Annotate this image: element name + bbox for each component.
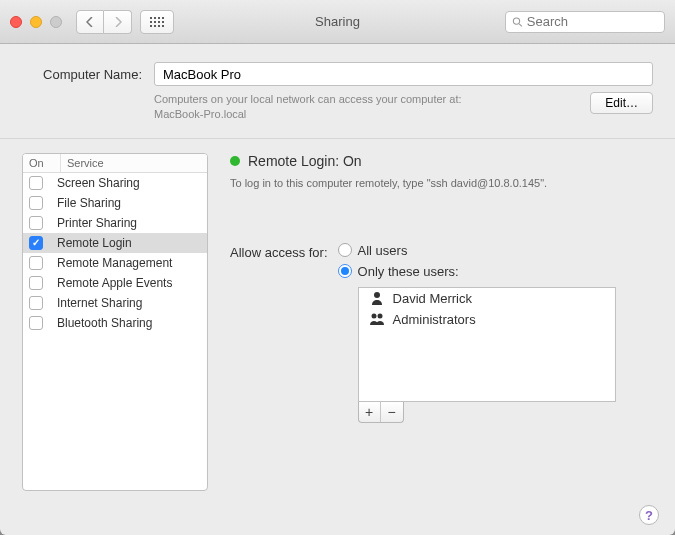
minimize-window-button[interactable] — [30, 16, 42, 28]
service-checkbox[interactable] — [29, 256, 43, 270]
service-label: Screen Sharing — [57, 176, 140, 190]
header-service: Service — [61, 154, 110, 172]
main-area: On Service Screen SharingFile SharingPri… — [22, 139, 653, 491]
svg-rect-7 — [162, 21, 164, 23]
back-button[interactable] — [76, 10, 104, 34]
svg-rect-8 — [150, 25, 152, 27]
edit-hostname-button[interactable]: Edit… — [590, 92, 653, 114]
window-controls — [10, 16, 62, 28]
content: Computer Name: Computers on your local n… — [0, 44, 675, 501]
service-checkbox[interactable] — [29, 236, 43, 250]
zoom-window-button[interactable] — [50, 16, 62, 28]
add-remove-controls: + − — [358, 402, 404, 423]
service-row[interactable]: File Sharing — [23, 193, 207, 213]
service-label: Bluetooth Sharing — [57, 316, 152, 330]
svg-point-16 — [377, 314, 382, 319]
access-radio[interactable]: All users — [338, 243, 616, 258]
user-row[interactable]: Administrators — [359, 309, 615, 330]
group-icon — [369, 312, 385, 326]
svg-rect-6 — [158, 21, 160, 23]
computer-name-row: Computer Name: — [22, 62, 653, 86]
radio-icon — [338, 264, 352, 278]
service-label: Printer Sharing — [57, 216, 137, 230]
svg-point-12 — [513, 17, 519, 23]
radio-label: All users — [358, 243, 408, 258]
add-user-button[interactable]: + — [359, 402, 381, 422]
radio-icon — [338, 243, 352, 257]
service-label: File Sharing — [57, 196, 121, 210]
services-list: On Service Screen SharingFile SharingPri… — [22, 153, 208, 491]
preferences-window: Sharing Computer Name: Computers on your… — [0, 0, 675, 535]
computer-name-hint: Computers on your local network can acce… — [154, 92, 576, 122]
svg-rect-4 — [150, 21, 152, 23]
svg-rect-0 — [150, 17, 152, 19]
svg-rect-9 — [154, 25, 156, 27]
service-row[interactable]: Remote Login — [23, 233, 207, 253]
service-checkbox[interactable] — [29, 296, 43, 310]
services-header: On Service — [23, 154, 207, 173]
close-window-button[interactable] — [10, 16, 22, 28]
service-checkbox[interactable] — [29, 196, 43, 210]
search-icon — [512, 16, 523, 28]
service-checkbox[interactable] — [29, 276, 43, 290]
svg-rect-5 — [154, 21, 156, 23]
user-name: David Merrick — [393, 291, 472, 306]
svg-point-14 — [374, 292, 380, 298]
status-text: Remote Login: On — [248, 153, 362, 169]
ssh-hint: To log in to this computer remotely, typ… — [230, 177, 653, 189]
service-row[interactable]: Screen Sharing — [23, 173, 207, 193]
service-label: Remote Login — [57, 236, 132, 250]
service-row[interactable]: Remote Apple Events — [23, 273, 207, 293]
user-name: Administrators — [393, 312, 476, 327]
svg-point-15 — [371, 314, 376, 319]
service-row[interactable]: Bluetooth Sharing — [23, 313, 207, 333]
service-row[interactable]: Printer Sharing — [23, 213, 207, 233]
access-label: Allow access for: — [230, 243, 328, 260]
svg-rect-11 — [162, 25, 164, 27]
titlebar: Sharing — [0, 0, 675, 44]
svg-rect-3 — [162, 17, 164, 19]
computer-name-input[interactable] — [154, 62, 653, 86]
access-section: Allow access for: All usersOnly these us… — [230, 243, 653, 423]
svg-line-13 — [519, 23, 522, 26]
user-row[interactable]: David Merrick — [359, 288, 615, 309]
footer: ? — [0, 501, 675, 535]
access-radio[interactable]: Only these users: — [338, 264, 616, 279]
computer-name-label: Computer Name: — [22, 67, 142, 82]
nav-buttons — [76, 10, 132, 34]
service-label: Remote Management — [57, 256, 172, 270]
service-label: Remote Apple Events — [57, 276, 172, 290]
status-line: Remote Login: On — [230, 153, 653, 169]
status-indicator-icon — [230, 156, 240, 166]
users-list[interactable]: David MerrickAdministrators — [358, 287, 616, 402]
show-all-button[interactable] — [140, 10, 174, 34]
service-checkbox[interactable] — [29, 216, 43, 230]
user-icon — [369, 291, 385, 305]
service-row[interactable]: Remote Management — [23, 253, 207, 273]
help-button[interactable]: ? — [639, 505, 659, 525]
service-checkbox[interactable] — [29, 316, 43, 330]
service-detail: Remote Login: On To log in to this compu… — [230, 153, 653, 491]
search-field[interactable] — [505, 11, 665, 33]
service-row[interactable]: Internet Sharing — [23, 293, 207, 313]
svg-rect-1 — [154, 17, 156, 19]
svg-rect-10 — [158, 25, 160, 27]
forward-button[interactable] — [104, 10, 132, 34]
service-checkbox[interactable] — [29, 176, 43, 190]
header-on: On — [23, 154, 61, 172]
radio-label: Only these users: — [358, 264, 459, 279]
grid-icon — [150, 17, 164, 27]
remove-user-button[interactable]: − — [381, 402, 403, 422]
svg-rect-2 — [158, 17, 160, 19]
search-input[interactable] — [527, 14, 658, 29]
service-label: Internet Sharing — [57, 296, 142, 310]
